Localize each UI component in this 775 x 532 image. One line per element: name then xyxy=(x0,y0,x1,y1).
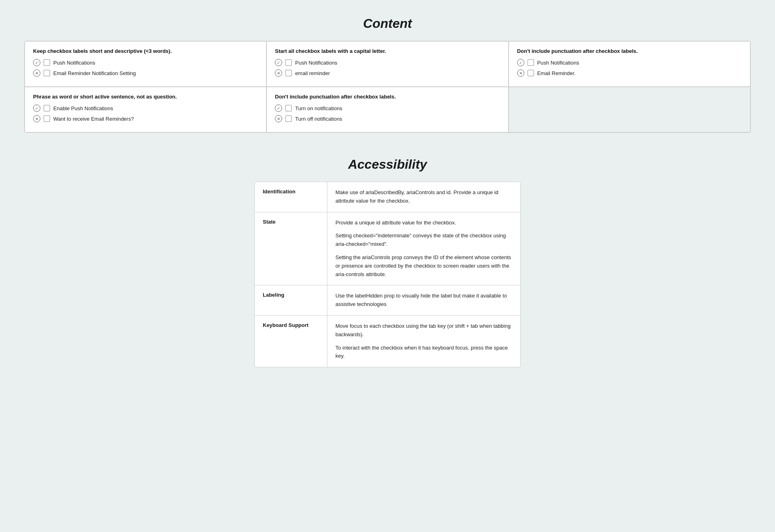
checkbox-label: Enable Push Notifications xyxy=(53,105,113,111)
a11y-label-state: State xyxy=(255,212,327,285)
cell-empty xyxy=(509,87,750,132)
checkbox-row: ✓ Push Notifications xyxy=(517,59,742,66)
a11y-para: Provide a unique id attribute value for … xyxy=(335,219,512,227)
content-title: Content xyxy=(24,16,751,31)
cross-icon: ✕ xyxy=(275,69,282,77)
checkbox[interactable] xyxy=(285,59,292,66)
checkbox-row: ✕ Email Reminder. xyxy=(517,69,742,77)
a11y-para: Use the labelHidden prop to visually hid… xyxy=(335,292,512,309)
cross-icon: ✕ xyxy=(33,69,40,77)
cell-phrase-sentence-title: Phrase as word or short active sentence,… xyxy=(33,94,258,100)
a11y-para: Make use of ariaDescribedBy, ariaControl… xyxy=(335,189,512,205)
a11y-para: Setting the ariaControls prop conveys th… xyxy=(335,253,512,279)
cell-short-labels-title: Keep checkbox labels short and descripti… xyxy=(33,48,258,54)
cell-capital-letter-title: Start all checkbox labels with a capital… xyxy=(275,48,500,54)
a11y-row-identification: Identification Make use of ariaDescribed… xyxy=(255,182,520,212)
a11y-para: Setting checked="indeterminate" conveys … xyxy=(335,232,512,249)
cell-no-punctuation-1-title: Don't include punctuation after checkbox… xyxy=(517,48,742,54)
cell-short-labels: Keep checkbox labels short and descripti… xyxy=(25,41,266,87)
a11y-row-labeling: Labeling Use the labelHidden prop to vis… xyxy=(255,285,520,316)
a11y-content-labeling: Use the labelHidden prop to visually hid… xyxy=(327,285,520,315)
checkbox-row: ✓ Push Notifications xyxy=(33,59,258,66)
a11y-content-identification: Make use of ariaDescribedBy, ariaControl… xyxy=(327,182,520,212)
checkbox-label: Email Reminder Notification Setting xyxy=(53,70,136,76)
checkbox[interactable] xyxy=(528,70,534,76)
content-grid: Keep checkbox labels short and descripti… xyxy=(24,41,751,133)
checkbox-label: Push Notifications xyxy=(53,60,95,66)
cell-no-punctuation-2-title: Don't include punctuation after checkbox… xyxy=(275,94,500,100)
checkbox-row: ✕ Turn off notifications xyxy=(275,115,500,122)
accessibility-table: Identification Make use of ariaDescribed… xyxy=(254,182,521,367)
checkbox[interactable] xyxy=(285,70,292,76)
check-icon: ✓ xyxy=(275,59,282,66)
checkbox-row: ✕ Email Reminder Notification Setting xyxy=(33,69,258,77)
checkbox-label: Turn on notifications xyxy=(295,105,342,111)
checkbox-row: ✕ Want to receive Email Reminders? xyxy=(33,115,258,122)
a11y-content-state: Provide a unique id attribute value for … xyxy=(327,212,520,285)
a11y-label-identification: Identification xyxy=(255,182,327,212)
checkbox-label: Email Reminder. xyxy=(537,70,576,76)
cross-icon: ✕ xyxy=(275,115,282,122)
a11y-para: To interact with the checkbox when it ha… xyxy=(335,344,512,361)
checkbox-row: ✕ email reminder xyxy=(275,69,500,77)
check-icon: ✓ xyxy=(517,59,524,66)
checkbox[interactable] xyxy=(285,105,292,111)
checkbox-row: ✓ Turn on notifications xyxy=(275,105,500,112)
a11y-content-keyboard: Move focus to each checkbox using the ta… xyxy=(327,316,520,367)
checkbox[interactable] xyxy=(285,115,292,122)
checkbox-label: Want to receive Email Reminders? xyxy=(53,116,134,122)
cell-no-punctuation-2: Don't include punctuation after checkbox… xyxy=(266,87,508,132)
check-icon: ✓ xyxy=(275,105,282,112)
cross-icon: ✕ xyxy=(33,115,40,122)
cross-icon: ✕ xyxy=(517,69,524,77)
a11y-row-keyboard: Keyboard Support Move focus to each chec… xyxy=(255,316,520,367)
checkbox[interactable] xyxy=(44,105,50,111)
accessibility-title: Accessibility xyxy=(24,157,751,172)
checkbox-label: Push Notifications xyxy=(295,60,337,66)
checkbox[interactable] xyxy=(44,115,50,122)
checkbox-label: email reminder xyxy=(295,70,330,76)
a11y-para: Move focus to each checkbox using the ta… xyxy=(335,322,512,339)
checkbox-row: ✓ Push Notifications xyxy=(275,59,500,66)
cell-phrase-sentence: Phrase as word or short active sentence,… xyxy=(25,87,266,132)
a11y-row-state: State Provide a unique id attribute valu… xyxy=(255,212,520,286)
check-icon: ✓ xyxy=(33,105,40,112)
checkbox-label: Turn off notifications xyxy=(295,116,342,122)
checkbox-label: Push Notifications xyxy=(537,60,579,66)
checkbox[interactable] xyxy=(528,59,534,66)
cell-capital-letter: Start all checkbox labels with a capital… xyxy=(266,41,508,87)
check-icon: ✓ xyxy=(33,59,40,66)
cell-no-punctuation-1: Don't include punctuation after checkbox… xyxy=(509,41,750,87)
checkbox[interactable] xyxy=(44,59,50,66)
a11y-label-labeling: Labeling xyxy=(255,285,327,315)
checkbox-row: ✓ Enable Push Notifications xyxy=(33,105,258,112)
checkbox[interactable] xyxy=(44,70,50,76)
a11y-label-keyboard: Keyboard Support xyxy=(255,316,327,367)
